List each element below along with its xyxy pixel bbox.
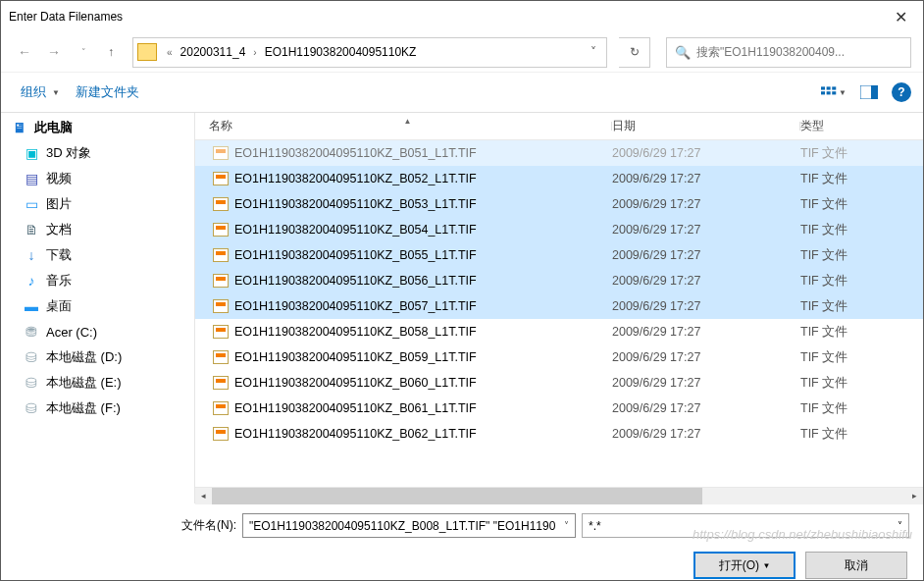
file-name: EO1H1190382004095110KZ_B053_L1T.TIF (234, 197, 477, 211)
scroll-thumb[interactable] (212, 488, 702, 504)
chevron-down-icon: ▼ (839, 88, 847, 97)
file-row[interactable]: EO1H1190382004095110KZ_B056_L1T.TIF2009/… (195, 268, 923, 293)
file-row[interactable]: EO1H1190382004095110KZ_B062_L1T.TIF2009/… (195, 421, 923, 447)
ic-drive-icon: ⛁ (23, 375, 40, 391)
tif-file-icon (213, 401, 229, 415)
chevron-down-icon: ˅ (898, 520, 902, 531)
tif-file-icon (213, 223, 229, 237)
file-name: EO1H1190382004095110KZ_B061_L1T.TIF (234, 401, 477, 415)
tree-item[interactable]: ⛁本地磁盘 (D:) (1, 344, 194, 370)
svg-rect-4 (827, 91, 831, 94)
file-row[interactable]: EO1H1190382004095110KZ_B055_L1T.TIF2009/… (195, 242, 923, 268)
ic-video-icon: ▤ (23, 171, 40, 186)
breadcrumb-seg-2[interactable]: EO1H1190382004095110KZ (263, 45, 419, 59)
file-name: EO1H1190382004095110KZ_B059_L1T.TIF (234, 350, 477, 364)
breadcrumb-dropdown[interactable]: ˅ (585, 45, 602, 59)
horizontal-scrollbar[interactable]: ◂ ▸ (195, 487, 923, 503)
file-date: 2009/6/29 17:27 (612, 376, 800, 390)
filter-select[interactable]: *.* ˅ (582, 513, 909, 538)
footer: 文件名(N): "EO1H1190382004095110KZ_B008_L1T… (1, 503, 923, 581)
back-button[interactable]: ← (13, 40, 36, 64)
file-date: 2009/6/29 17:27 (612, 223, 800, 237)
refresh-button[interactable]: ↻ (619, 37, 650, 68)
folder-icon (137, 43, 157, 61)
tree-item[interactable]: ▬桌面 (1, 293, 194, 319)
tree-item[interactable]: ▭图片 (1, 191, 194, 217)
view-options-button[interactable]: ▼ (821, 81, 847, 103)
svg-rect-2 (832, 86, 836, 89)
filename-input[interactable]: "EO1H1190382004095110KZ_B008_L1T.TIF" "E… (242, 513, 576, 538)
svg-rect-3 (821, 91, 825, 94)
organize-button[interactable]: 组织 ▼ (13, 79, 68, 105)
open-button[interactable]: 打开(O) ▼ (693, 552, 796, 579)
forward-button[interactable]: → (42, 40, 66, 64)
ic-music-icon: ♪ (23, 273, 40, 289)
tree-this-pc[interactable]: 🖥 此电脑 (1, 115, 194, 140)
file-type: TIF 文件 (800, 349, 923, 366)
file-row[interactable]: EO1H1190382004095110KZ_B051_L1T.TIF2009/… (195, 140, 923, 166)
toolbar: 组织 ▼ 新建文件夹 ▼ ? (1, 72, 923, 113)
tree-item[interactable]: 🗎文档 (1, 217, 194, 242)
file-date: 2009/6/29 17:27 (612, 299, 800, 313)
file-row[interactable]: EO1H1190382004095110KZ_B052_L1T.TIF2009/… (195, 166, 923, 191)
ic-drive-icon: ⛁ (23, 349, 40, 365)
svg-rect-5 (832, 91, 836, 94)
file-name: EO1H1190382004095110KZ_B054_L1T.TIF (234, 223, 477, 237)
up-button[interactable]: ↑ (101, 42, 121, 62)
file-date: 2009/6/29 17:27 (612, 248, 800, 262)
sort-asc-icon: ▲ (404, 117, 412, 126)
tree-item[interactable]: ⛁本地磁盘 (F:) (1, 396, 194, 421)
new-folder-button[interactable]: 新建文件夹 (68, 79, 147, 105)
scroll-right-button[interactable]: ▸ (906, 488, 923, 504)
ic-pic-icon: ▭ (23, 196, 40, 212)
tif-file-icon (213, 427, 229, 441)
tif-file-icon (213, 274, 229, 288)
ic-drive-icon: ⛁ (23, 400, 40, 416)
nav-bar: ← → ˅ ↑ « 20200311_4 › EO1H1190382004095… (1, 32, 923, 72)
file-row[interactable]: EO1H1190382004095110KZ_B053_L1T.TIF2009/… (195, 191, 923, 217)
tree-item[interactable]: ♪音乐 (1, 268, 194, 293)
tree-item[interactable]: ▤视频 (1, 166, 194, 191)
file-list: ▲ 名称 日期 类型 EO1H1190382004095110KZ_B051_L… (195, 113, 923, 503)
preview-pane-button[interactable] (856, 81, 882, 103)
ic-dl-icon: ↓ (23, 247, 40, 263)
file-name: EO1H1190382004095110KZ_B051_L1T.TIF (234, 146, 477, 160)
tif-file-icon (213, 248, 229, 262)
file-row[interactable]: EO1H1190382004095110KZ_B060_L1T.TIF2009/… (195, 370, 923, 396)
svg-rect-0 (821, 86, 825, 89)
file-row[interactable]: EO1H1190382004095110KZ_B059_L1T.TIF2009/… (195, 344, 923, 370)
breadcrumb-overflow[interactable]: « (161, 47, 179, 58)
tree-item[interactable]: ▣3D 对象 (1, 140, 194, 166)
nav-tree[interactable]: 🖥 此电脑 ▣3D 对象▤视频▭图片🗎文档↓下载♪音乐▬桌面⛃Acer (C:)… (1, 113, 195, 503)
file-type: TIF 文件 (800, 247, 923, 264)
tree-item[interactable]: ↓下载 (1, 242, 194, 268)
col-name[interactable]: ▲ 名称 (195, 118, 612, 134)
file-row[interactable]: EO1H1190382004095110KZ_B057_L1T.TIF2009/… (195, 293, 923, 319)
ic-drive-icon: ⛃ (23, 324, 40, 340)
cancel-button[interactable]: 取消 (805, 552, 907, 579)
tree-item[interactable]: ⛁本地磁盘 (E:) (1, 370, 194, 396)
file-type: TIF 文件 (800, 196, 923, 213)
split-arrow-icon: ▼ (762, 561, 770, 570)
tif-file-icon (213, 197, 229, 211)
tif-file-icon (213, 350, 229, 364)
breadcrumb[interactable]: « 20200311_4 › EO1H1190382004095110KZ ˅ (132, 37, 607, 68)
help-button[interactable]: ? (892, 82, 911, 102)
ic-desk-icon: ▬ (23, 298, 40, 314)
file-name: EO1H1190382004095110KZ_B052_L1T.TIF (234, 172, 477, 185)
col-type[interactable]: 类型 (800, 118, 923, 134)
search-input[interactable]: 🔍 搜索"EO1H119038200409... (666, 37, 911, 68)
col-date[interactable]: 日期 (612, 118, 800, 134)
breadcrumb-seg-1[interactable]: 20200311_4 (179, 45, 248, 59)
file-row[interactable]: EO1H1190382004095110KZ_B058_L1T.TIF2009/… (195, 319, 923, 344)
tif-file-icon (213, 376, 229, 390)
pc-icon: 🖥 (11, 120, 28, 135)
tree-item[interactable]: ⛃Acer (C:) (1, 319, 194, 344)
recent-dropdown[interactable]: ˅ (72, 40, 95, 64)
chevron-down-icon[interactable]: ˅ (564, 520, 569, 531)
file-row[interactable]: EO1H1190382004095110KZ_B061_L1T.TIF2009/… (195, 396, 923, 421)
file-name: EO1H1190382004095110KZ_B062_L1T.TIF (234, 427, 477, 441)
file-row[interactable]: EO1H1190382004095110KZ_B054_L1T.TIF2009/… (195, 217, 923, 242)
close-button[interactable]: ✕ (879, 1, 923, 32)
scroll-left-button[interactable]: ◂ (195, 488, 212, 504)
